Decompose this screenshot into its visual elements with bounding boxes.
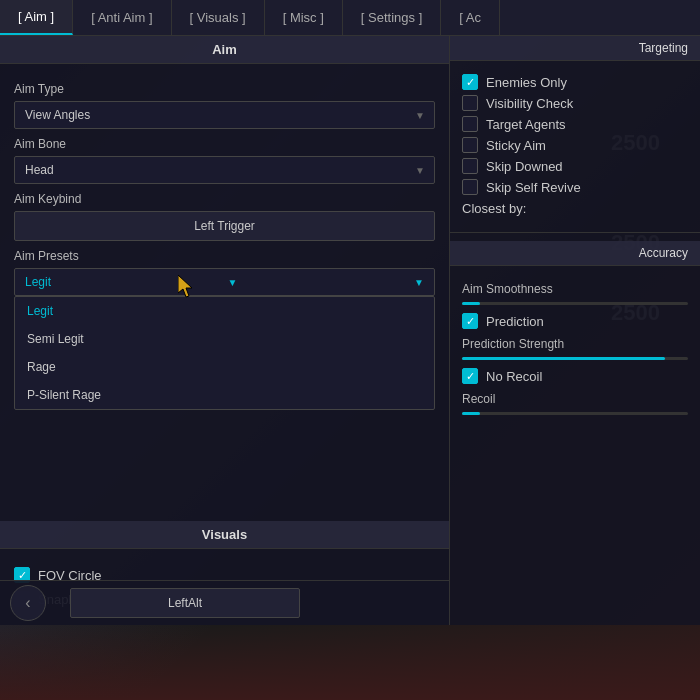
prediction-strength-label: Prediction Strength [462, 337, 688, 351]
prediction-strength-bar [462, 357, 688, 360]
prediction-strength-fill [462, 357, 665, 360]
tab-misc[interactable]: [ Misc ] [265, 0, 343, 35]
visibility-check-label: Visibility Check [486, 96, 573, 111]
aim-presets-button[interactable]: Legit ▼ [14, 268, 435, 296]
enemies-only-row: Enemies Only [462, 74, 688, 90]
prediction-checkbox[interactable] [462, 313, 478, 329]
back-button[interactable]: ‹ [10, 585, 46, 621]
second-keybind-button[interactable]: LeftAlt [70, 588, 300, 618]
bottom-bar: ‹ LeftAlt [0, 580, 450, 625]
prediction-label: Prediction [486, 314, 544, 329]
prediction-row: Prediction [462, 313, 688, 329]
aim-bone-label: Aim Bone [14, 137, 435, 151]
no-recoil-row: No Recoil [462, 368, 688, 384]
dropdown-item-semi-legit[interactable]: Semi Legit [15, 325, 434, 353]
closest-by-row: Closest by: [462, 201, 688, 216]
aim-keybind-label: Aim Keybind [14, 192, 435, 206]
recoil-slider[interactable] [462, 412, 688, 415]
chevron-left-icon: ‹ [25, 594, 30, 612]
skip-downed-label: Skip Downed [486, 159, 563, 174]
dropdown-item-p-silent-rage[interactable]: P-Silent Rage [15, 381, 434, 409]
no-recoil-checkbox[interactable] [462, 368, 478, 384]
closest-by-label: Closest by: [462, 201, 526, 216]
enemies-only-checkbox[interactable] [462, 74, 478, 90]
aim-type-select[interactable]: View Angles [14, 101, 435, 129]
tab-visuals[interactable]: [ Visuals ] [172, 0, 265, 35]
ui-container: [ Aim ] [ Anti Aim ] [ Visuals ] [ Misc … [0, 0, 700, 700]
sticky-aim-row: Sticky Aim [462, 137, 688, 153]
section-divider [450, 232, 700, 233]
targeting-section: Enemies Only Visibility Check Target Age… [450, 61, 700, 224]
aim-type-wrapper: View Angles [14, 101, 435, 129]
skip-self-revive-row: Skip Self Revive [462, 179, 688, 195]
tab-aim[interactable]: [ Aim ] [0, 0, 73, 35]
aim-smoothness-label: Aim Smoothness [462, 282, 688, 296]
skip-self-revive-label: Skip Self Revive [486, 180, 581, 195]
aim-bone-wrapper: Head [14, 156, 435, 184]
enemies-only-label: Enemies Only [486, 75, 567, 90]
target-agents-checkbox[interactable] [462, 116, 478, 132]
tab-anti-aim[interactable]: [ Anti Aim ] [73, 0, 171, 35]
chevron-down-icon: ▼ [228, 277, 238, 288]
aim-presets-wrapper: Legit ▼ Legit Semi Legit Rage P-Silent [14, 268, 435, 296]
sticky-aim-label: Sticky Aim [486, 138, 546, 153]
aim-smoothness-slider[interactable] [462, 302, 688, 305]
dropdown-item-legit[interactable]: Legit [15, 297, 434, 325]
sticky-aim-checkbox[interactable] [462, 137, 478, 153]
presets-dropdown: Legit Semi Legit Rage P-Silent Rage [14, 296, 435, 410]
aim-type-label: Aim Type [14, 82, 435, 96]
recoil-fill [462, 412, 480, 415]
recoil-bar [462, 412, 688, 415]
skip-downed-row: Skip Downed [462, 158, 688, 174]
dropdown-item-rage[interactable]: Rage [15, 353, 434, 381]
aim-presets-label: Aim Presets [14, 249, 435, 263]
aim-keybind-button[interactable]: Left Trigger [14, 211, 435, 241]
target-agents-row: Target Agents [462, 116, 688, 132]
aim-bone-select[interactable]: Head [14, 156, 435, 184]
tab-settings[interactable]: [ Settings ] [343, 0, 441, 35]
tab-ac[interactable]: [ Ac [441, 0, 500, 35]
prediction-strength-slider[interactable] [462, 357, 688, 360]
visibility-check-checkbox[interactable] [462, 95, 478, 111]
skip-downed-checkbox[interactable] [462, 158, 478, 174]
aim-smoothness-bar [462, 302, 688, 305]
aim-section-content: Aim Type View Angles Aim Bone Head Aim K… [0, 64, 449, 306]
recoil-label: Recoil [462, 392, 688, 406]
no-recoil-label: No Recoil [486, 369, 542, 384]
aim-smoothness-fill [462, 302, 480, 305]
left-panel: Aim Aim Type View Angles Aim Bone Head [0, 36, 450, 625]
target-agents-label: Target Agents [486, 117, 566, 132]
accuracy-header: Accuracy [450, 241, 700, 266]
visibility-check-row: Visibility Check [462, 95, 688, 111]
targeting-header: Targeting [450, 36, 700, 61]
right-panel: Targeting Enemies Only Visibility Check … [450, 36, 700, 625]
accuracy-section: Aim Smoothness Prediction Prediction Str… [450, 266, 700, 429]
visuals-section-header: Visuals [0, 521, 449, 549]
aim-section-header: Aim [0, 36, 449, 64]
tab-bar: [ Aim ] [ Anti Aim ] [ Visuals ] [ Misc … [0, 0, 700, 36]
skip-self-revive-checkbox[interactable] [462, 179, 478, 195]
